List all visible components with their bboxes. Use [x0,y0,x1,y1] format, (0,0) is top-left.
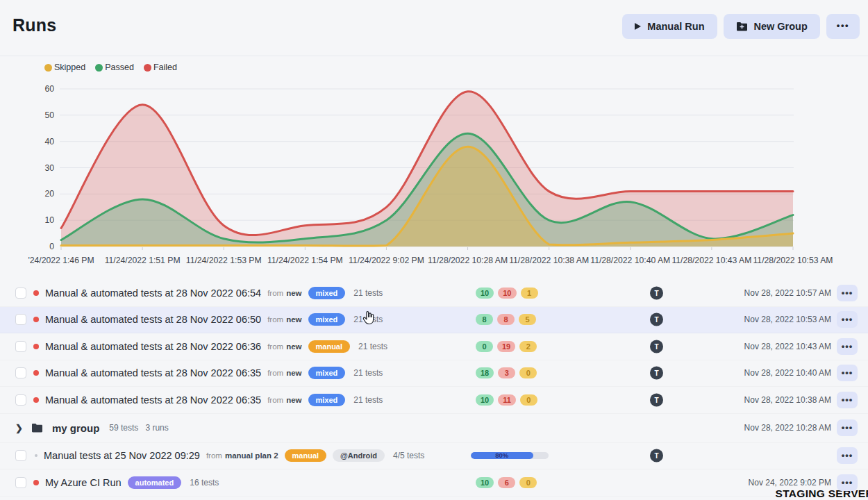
row-more-button[interactable]: ••• [837,447,858,464]
row-timestamp: Nov 28, 2022 10:43 AM [744,342,831,351]
badge-mixed: mixed [308,367,346,379]
tests-count-label: 4/5 tests [393,451,424,460]
row-checkbox[interactable] [15,314,26,325]
y-tick-label: 30 [44,163,54,173]
tests-count-label: 21 tests [353,395,383,405]
run-row[interactable]: Manual & automated tests at 28 Nov 2022 … [0,387,868,414]
count-passed: 18 [476,367,494,378]
run-row[interactable]: Manual & automated tests at 28 Nov 2022 … [0,280,868,307]
from-label: from [267,369,283,377]
count-skipped: 2 [519,341,537,352]
avatar[interactable]: T [650,449,663,462]
legend-item-skipped: Skipped [44,62,85,72]
legend-label: Passed [105,62,134,72]
runs-list: Manual & automated tests at 28 Nov 2022 … [0,280,868,497]
row-more-button[interactable]: ••• [837,338,858,355]
manual-run-button[interactable]: Manual Run [622,14,717,39]
row-checkbox[interactable] [15,477,26,488]
group-tests-count: 59 tests [109,423,138,433]
run-row[interactable]: Manual & automated tests at 28 Nov 2022 … [0,307,868,334]
avatar[interactable]: T [650,340,663,353]
row-timestamp: Nov 28, 2022 10:53 AM [744,315,831,324]
run-row[interactable]: My Azure CI Runautomated16 tests1060Nov … [0,469,868,497]
row-checkbox[interactable] [15,450,26,461]
row-more-button[interactable]: ••• [837,392,858,408]
count-failed: 10 [498,288,516,299]
result-counts: 10101 [476,288,538,299]
y-tick-label: 50 [44,110,54,120]
result-counts: 10110 [476,394,537,406]
row-more-button[interactable]: ••• [837,365,858,381]
header-more-button[interactable]: ••• [826,14,860,39]
run-name[interactable]: Manual & automated tests at 28 Nov 2022 … [45,367,261,378]
status-dot-red [33,290,39,296]
run-name[interactable]: Manual & automated tests at 28 Nov 2022 … [45,341,261,352]
run-row[interactable]: Manual & automated tests at 28 Nov 2022 … [0,333,868,360]
badge-mixed: mixed [308,313,346,326]
runs-area-chart: 0102030405060'24/2022 1:46 PM11/24/2022 … [0,73,868,276]
row-checkbox[interactable] [15,341,26,352]
legend-item-passed: Passed [95,62,134,72]
count-passed: 10 [476,288,494,299]
run-name[interactable]: Manual & automated tests at 28 Nov 2022 … [45,288,261,299]
status-dot-red [33,317,39,322]
progress-bar: 80% [471,452,549,459]
result-counts: 0192 [476,341,537,352]
header-divider [0,56,868,56]
runs-page: { "page": { "title": "Runs", "staging_la… [0,0,868,500]
tests-count-label: 16 tests [190,478,219,488]
row-checkbox[interactable] [15,288,26,299]
status-dot-red [33,344,39,349]
row-more-button[interactable]: ••• [837,285,858,301]
result-counts: 1830 [476,367,537,378]
badge-mixed: mixed [308,287,346,299]
run-row[interactable]: Manual & automated tests at 28 Nov 2022 … [0,360,868,388]
from-plan-name: new [286,396,301,404]
chart-legend: SkippedPassedFailed [44,62,177,72]
from-label: from [267,289,283,297]
page-header: Runs Manual Run New Group ••• [0,0,868,56]
y-tick-label: 60 [44,84,54,94]
count-passed: 8 [476,314,493,325]
folder-plus-icon [736,22,748,31]
avatar[interactable]: T [650,393,663,406]
from-plan-name: manual plan 2 [225,451,278,460]
avatar[interactable]: T [650,286,663,299]
run-name[interactable]: Manual & automated tests at 28 Nov 2022 … [45,394,261,406]
chevron-right-icon[interactable]: ❯ [15,423,24,433]
run-name[interactable]: Manual & automated tests at 28 Nov 2022 … [45,314,261,325]
row-timestamp: Nov 28, 2022 10:38 AM [744,395,831,405]
count-skipped: 0 [519,367,537,378]
row-checkbox[interactable] [15,367,26,378]
row-timestamp: Nov 28, 2022 10:40 AM [744,368,831,378]
run-name[interactable]: Manual tests at 25 Nov 2022 09:29 [44,450,200,461]
x-tick-label: 11/24/2022 1:53 PM [186,256,262,265]
run-row[interactable]: Manual tests at 25 Nov 2022 09:29fromman… [0,443,868,470]
x-tick-label: 11/28/2022 10:43 AM [671,256,751,265]
avatar[interactable]: T [650,313,663,326]
status-dot-red [33,370,39,376]
count-skipped: 5 [519,314,536,325]
count-passed: 10 [476,394,494,406]
x-tick-label: 11/28/2022 10:38 AM [509,256,589,265]
row-more-button[interactable]: ••• [837,311,858,328]
avatar[interactable]: T [650,367,663,380]
row-more-button[interactable]: ••• [837,419,858,436]
new-group-button[interactable]: New Group [724,14,820,39]
count-passed: 0 [476,341,493,352]
count-failed: 8 [497,314,515,325]
row-more-button[interactable]: ••• [837,474,858,491]
legend-item-failed: Failed [144,62,177,72]
new-group-label: New Group [754,21,808,32]
result-counts: 885 [476,314,536,325]
x-tick-label: 11/28/2022 10:28 AM [428,256,508,265]
play-icon [635,23,641,30]
from-plan-name: new [286,369,301,377]
run-name[interactable]: My Azure CI Run [45,477,122,488]
row-checkbox[interactable] [15,394,26,406]
count-skipped: 0 [519,477,537,488]
x-tick-label: 11/24/2022 1:51 PM [105,256,181,265]
group-row[interactable]: ❯my group59 tests3 runsNov 28, 2022 10:2… [0,414,868,443]
from-label: from [206,451,222,460]
status-dot-gray [35,454,37,457]
